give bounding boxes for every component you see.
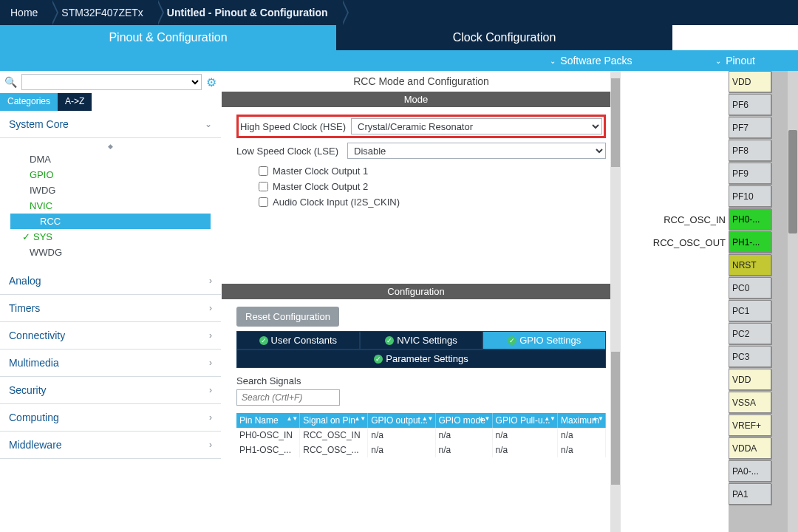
viewtab-categories[interactable]: Categories [0, 93, 58, 111]
pin-PC2[interactable]: PC2 [729, 323, 771, 344]
pin-VSSA[interactable]: VSSA [729, 392, 771, 413]
chevron-right-icon: › [209, 412, 212, 423]
peripheral-search[interactable] [21, 74, 202, 90]
top-tabs: Pinout & Configuration Clock Configurati… [0, 25, 798, 50]
conf-tab-parameter[interactable]: ✓Parameter Settings [236, 349, 606, 368]
pin-PF7[interactable]: PF7 [729, 117, 771, 138]
scrollbar-thumb[interactable] [611, 78, 620, 167]
center-title: RCC Mode and Configuration [222, 71, 621, 92]
center-scrollbar[interactable] [610, 71, 621, 532]
category-label: Computing [9, 412, 59, 423]
table-header[interactable]: Pin Name▲▼ [236, 413, 300, 428]
chk-master-clock-1[interactable] [259, 166, 268, 176]
conf-tab-nvic[interactable]: ✓NVIC Settings [360, 331, 483, 349]
pin-PF6[interactable]: PF6 [729, 94, 771, 115]
subtab-software-packs[interactable]: ⌄ Software Packs [510, 50, 672, 71]
category-security[interactable]: Security› [0, 377, 221, 404]
pin-VREF[interactable]: VREF+ [729, 415, 771, 436]
check-icon: ✓ [259, 336, 268, 345]
sort-icon: ▲▼ [422, 415, 434, 422]
table-cell: RCC_OSC_... [300, 443, 368, 457]
category-timers[interactable]: Timers› [0, 295, 221, 322]
section-config-header: Configuration [222, 284, 610, 299]
center-panel: RCC Mode and Configuration Mode High Spe… [222, 71, 621, 532]
breadcrumb-view[interactable]: Untitled - Pinout & Configuration [157, 0, 341, 25]
left-panel: 🔍 ⚙ Categories A->Z System Core ⌄ ◆ DMA … [0, 71, 222, 532]
select-hse[interactable]: Crystal/Ceramic Resonator [351, 118, 602, 134]
chk-master-clock-2[interactable] [259, 182, 268, 191]
chevron-right-icon: › [209, 276, 212, 286]
chevron-right-icon: › [209, 303, 212, 313]
scrollbar-thumb[interactable] [788, 130, 797, 233]
tree-item-dma[interactable]: DMA [0, 151, 221, 167]
pin-PF10[interactable]: PF10 [729, 185, 771, 207]
gear-icon[interactable]: ⚙ [206, 75, 216, 89]
category-label: Multimedia [9, 357, 59, 369]
category-multimedia[interactable]: Multimedia› [0, 349, 221, 377]
category-label: System Core [9, 118, 69, 130]
category-computing[interactable]: Computing› [0, 404, 221, 432]
tree-item-gpio[interactable]: GPIO [0, 167, 221, 183]
conf-tab-user-constants[interactable]: ✓User Constants [236, 331, 360, 349]
chk-label: Master Clock Output 1 [273, 166, 368, 177]
pin-VDDA[interactable]: VDDA [729, 437, 771, 459]
table-row[interactable]: PH1-OSC_...RCC_OSC_...n/an/an/an/a [236, 443, 606, 457]
conf-tab-label: User Constants [271, 335, 338, 346]
pin-PC3[interactable]: PC3 [729, 346, 771, 367]
viewtab-az[interactable]: A->Z [58, 93, 92, 111]
table-cell: n/a [368, 443, 435, 457]
pin-PH1[interactable]: PH1-... [729, 231, 771, 253]
pin-VDD[interactable]: VDD [729, 369, 771, 390]
reset-config-button[interactable]: Reset Configuration [236, 307, 339, 327]
table-header[interactable]: GPIO output...▲▼ [368, 413, 435, 428]
scrollbar-thumb[interactable] [611, 352, 620, 485]
table-header[interactable]: GPIO Pull-u...▲▼ [492, 413, 557, 428]
subtab-pinout[interactable]: ⌄ Pinout [672, 50, 798, 71]
pin-PF9[interactable]: PF9 [729, 163, 771, 184]
tree-item-rcc[interactable]: RCC [10, 214, 211, 229]
tab-clock-config[interactable]: Clock Configuration [336, 25, 672, 50]
row-lse: Low Speed Clock (LSE) Disable [236, 143, 606, 159]
category-connectivity[interactable]: Connectivity› [0, 322, 221, 349]
tree-item-nvic[interactable]: NVIC [0, 198, 221, 214]
pin-PA1[interactable]: PA1 [729, 483, 771, 505]
pin-NRST[interactable]: NRST [729, 254, 771, 276]
table-cell: n/a [557, 428, 605, 443]
pin-PA0[interactable]: PA0-... [729, 460, 771, 482]
table-cell: n/a [492, 443, 557, 457]
conf-tab-gpio[interactable]: ✓GPIO Settings [482, 331, 606, 349]
chevron-right-icon: › [209, 358, 212, 368]
table-cell: n/a [557, 443, 605, 457]
breadcrumb-home[interactable]: Home [0, 0, 51, 25]
sort-icon: ▲▼ [286, 415, 298, 422]
category-analog[interactable]: Analog› [0, 267, 221, 295]
tab-pinout-config[interactable]: Pinout & Configuration [0, 25, 336, 50]
table-header[interactable]: Signal on Pin▲▼ [300, 413, 368, 428]
table-cell: PH1-OSC_... [236, 443, 300, 457]
breadcrumb-chip[interactable]: STM32F407ZETx [51, 0, 156, 25]
check-icon: ✓ [508, 336, 516, 345]
chevron-right-icon: › [209, 440, 212, 450]
search-signals-input[interactable] [236, 389, 340, 406]
pin-VDD[interactable]: VDD [729, 71, 771, 92]
right-scrollbar[interactable] [788, 71, 798, 532]
pin-PC0[interactable]: PC0 [729, 277, 771, 299]
chk-audio-clock[interactable] [259, 197, 268, 207]
pin-PF8[interactable]: PF8 [729, 140, 771, 161]
category-system-core[interactable]: System Core ⌄ [0, 111, 221, 138]
category-middleware[interactable]: Middleware› [0, 432, 221, 459]
category-label: Security [9, 384, 47, 396]
table-header[interactable]: GPIO mode▲▼ [435, 413, 492, 428]
pin-PH0[interactable]: PH0-... [729, 208, 771, 230]
pin-PC1[interactable]: PC1 [729, 300, 771, 321]
table-header[interactable]: Maximum▲▼ [557, 413, 605, 428]
section-mode-header: Mode [222, 92, 610, 107]
tree-item-wwdg[interactable]: WWDG [0, 245, 221, 260]
check-icon: ✓ [385, 336, 394, 345]
select-lse[interactable]: Disable [347, 143, 606, 159]
tree-item-iwdg[interactable]: IWDG [0, 183, 221, 198]
tree-item-sys[interactable]: SYS [0, 229, 221, 245]
table-row[interactable]: PH0-OSC_INRCC_OSC_INn/an/an/an/a [236, 428, 606, 443]
row-hse: High Speed Clock (HSE) Crystal/Ceramic R… [236, 115, 606, 138]
gpio-table: Pin Name▲▼Signal on Pin▲▼GPIO output...▲… [236, 413, 606, 457]
